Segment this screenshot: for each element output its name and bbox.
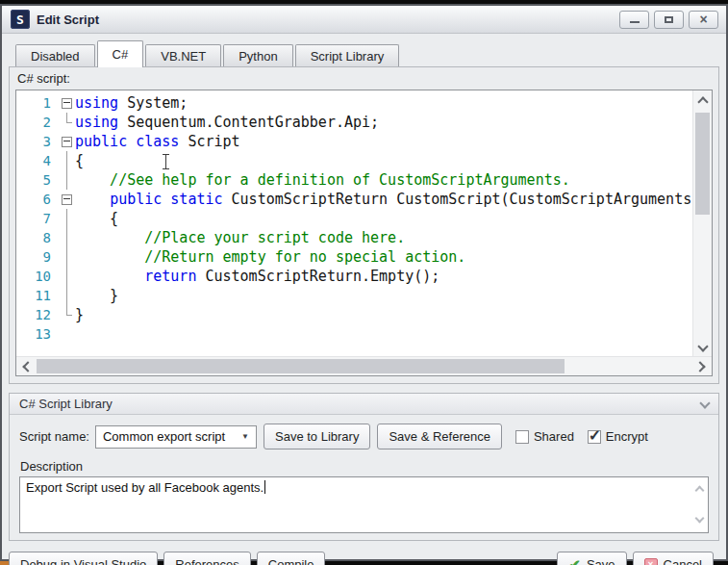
code-text: {	[75, 209, 118, 228]
code-editor[interactable]: 1using System;2using Sequentum.ContentGr…	[15, 90, 713, 376]
debug-in-visual-studio-button[interactable]: Debug in Visual Studio	[9, 552, 158, 565]
collapse-chevron-icon	[699, 398, 710, 408]
line-number: 3	[16, 132, 60, 151]
fold-margin	[60, 170, 75, 190]
script-library-panel: C# Script Library Script name: Common ex…	[9, 393, 719, 541]
code-line-3: 3public class Script	[16, 132, 693, 151]
shared-label: Shared	[534, 429, 574, 444]
tab-bar: DisabledC#VB.NETPythonScript Library	[15, 40, 726, 66]
fold-margin	[60, 305, 75, 324]
minimize-icon	[630, 21, 640, 23]
line-number: 11	[16, 286, 60, 305]
window-title: Edit Script	[37, 13, 99, 27]
dropdown-arrow-icon: ▼	[241, 432, 249, 441]
footer-bar: Debug in Visual Studio References Compil…	[2, 541, 726, 565]
code-text: }	[75, 305, 84, 324]
close-icon: ×	[699, 13, 707, 26]
fold-margin	[60, 286, 75, 305]
scroll-right-button[interactable]	[693, 357, 710, 375]
text-cursor	[162, 154, 170, 169]
encrypt-checkbox[interactable]	[588, 430, 601, 444]
code-line-11: 11 }	[16, 286, 693, 305]
line-number: 1	[16, 93, 60, 113]
script-library-header-label: C# Script Library	[19, 397, 113, 411]
fold-margin	[60, 209, 75, 228]
vertical-scrollbar[interactable]	[692, 90, 712, 357]
fold-margin	[60, 247, 75, 267]
code-text: using System;	[75, 93, 188, 113]
cancel-button[interactable]: × Cancel	[633, 552, 714, 565]
fold-margin	[60, 267, 75, 286]
line-number: 8	[16, 228, 60, 247]
edit-script-dialog: S Edit Script × DisabledC#VB.NETPythonSc…	[0, 4, 728, 561]
line-number: 9	[16, 247, 60, 267]
line-number: 10	[16, 267, 60, 286]
fold-margin	[60, 324, 75, 344]
line-number: 7	[16, 209, 60, 228]
fold-toggle-icon[interactable]	[60, 190, 75, 209]
code-lines: 1using System;2using Sequentum.ContentGr…	[16, 90, 693, 357]
code-text: //Return empty for no special action.	[75, 247, 465, 267]
code-line-9: 9 //Return empty for no special action.	[16, 247, 693, 267]
cancel-button-label: Cancel	[664, 557, 702, 565]
description-label: Description	[20, 459, 709, 474]
line-number: 4	[16, 151, 60, 170]
tab-c-[interactable]: C#	[97, 40, 144, 67]
chevron-left-icon	[22, 361, 33, 372]
references-button[interactable]: References	[163, 552, 250, 565]
line-number: 12	[16, 305, 60, 324]
code-text: //See help for a definition of CustomScr…	[75, 170, 570, 190]
tab-vb-net[interactable]: VB.NET	[145, 44, 221, 66]
close-button[interactable]: ×	[689, 11, 718, 29]
description-value: Export Script used by all Facebook agent…	[26, 480, 264, 495]
horizontal-scrollbar-thumb[interactable]	[37, 359, 565, 373]
description-field[interactable]: Export Script used by all Facebook agent…	[19, 476, 709, 533]
code-line-6: 6 public static CustomScriptReturn Custo…	[16, 190, 693, 209]
vertical-scrollbar-thumb[interactable]	[695, 113, 710, 215]
code-text: //Place your script code here.	[75, 228, 405, 247]
line-number: 6	[16, 190, 60, 209]
fold-toggle-icon[interactable]	[60, 93, 75, 113]
checkmark-icon: ✔	[568, 557, 581, 565]
tab-disabled[interactable]: Disabled	[15, 44, 95, 66]
tab-script-library[interactable]: Script Library	[295, 44, 400, 66]
code-line-4: 4{	[16, 151, 693, 170]
tab-python[interactable]: Python	[223, 44, 292, 66]
save-button-label: Save	[587, 557, 615, 565]
scroll-left-button[interactable]	[18, 357, 35, 375]
code-line-2: 2using Sequentum.ContentGrabber.Api;	[16, 113, 693, 132]
script-name-label: Script name:	[19, 429, 89, 444]
script-groupbox: C# script: 1using System;2using Sequentu…	[9, 66, 719, 384]
save-button[interactable]: ✔ Save	[557, 552, 626, 565]
fold-toggle-icon[interactable]	[60, 132, 75, 151]
maximize-button[interactable]	[654, 11, 684, 29]
save-to-library-button[interactable]: Save to Library	[264, 424, 370, 449]
script-name-value: Common export script	[103, 429, 225, 444]
script-name-dropdown[interactable]: Common export script ▼	[95, 425, 257, 449]
title-bar: S Edit Script ×	[2, 6, 726, 34]
code-text: }	[75, 286, 118, 305]
code-line-13: 13	[16, 324, 693, 344]
red-x-icon: ×	[644, 558, 658, 565]
code-text: using Sequentum.ContentGrabber.Api;	[75, 113, 379, 132]
script-group-label: C# script:	[15, 69, 713, 90]
scroll-down-button[interactable]	[693, 339, 712, 355]
desc-scroll-up-icon	[695, 486, 705, 496]
fold-margin	[60, 228, 75, 247]
code-line-5: 5 //See help for a definition of CustomS…	[16, 170, 693, 190]
scroll-up-button[interactable]	[693, 92, 712, 109]
desc-scroll-down-icon	[695, 514, 705, 524]
code-text: public static CustomScriptReturn CustomS…	[75, 190, 691, 209]
app-icon: S	[11, 10, 30, 29]
code-line-10: 10 return CustomScriptReturn.Empty();	[16, 267, 693, 286]
minimize-button[interactable]	[619, 11, 649, 29]
code-line-1: 1using System;	[16, 93, 693, 113]
compile-button[interactable]: Compile	[257, 552, 326, 565]
horizontal-scrollbar[interactable]	[16, 356, 712, 375]
line-number: 2	[16, 113, 60, 132]
encrypt-label: Encrypt	[606, 429, 648, 444]
shared-checkbox[interactable]	[515, 430, 529, 444]
maximize-icon	[665, 16, 673, 23]
save-and-reference-button[interactable]: Save & Reference	[377, 424, 502, 449]
script-library-header[interactable]: C# Script Library	[10, 394, 718, 415]
